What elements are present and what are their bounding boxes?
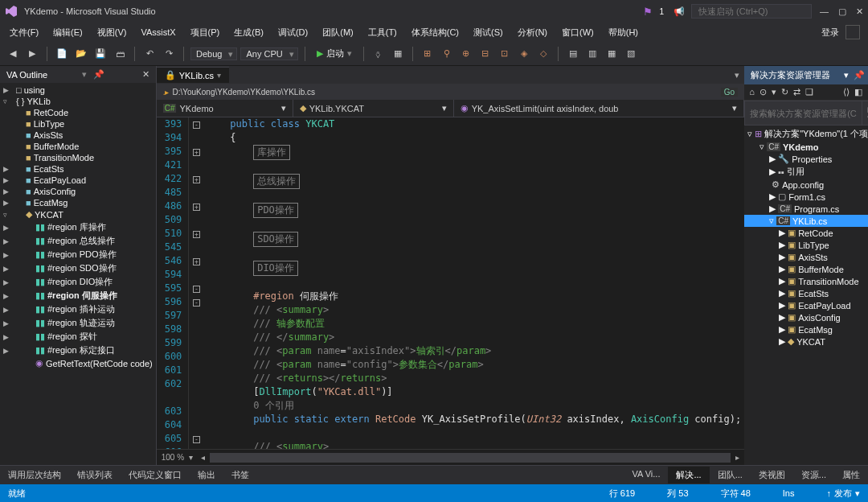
redo-icon[interactable]: ↷: [161, 46, 177, 62]
sln-tb-icon2[interactable]: ▾: [772, 87, 776, 97]
hscroll-right-icon[interactable]: ▸: [735, 453, 739, 462]
notification-flag-icon[interactable]: ⚑: [643, 6, 653, 18]
bottom-tab[interactable]: 团队...: [710, 467, 751, 483]
tb-icon-9[interactable]: ◇: [535, 46, 551, 62]
tb-icon-8[interactable]: ◈: [516, 46, 532, 62]
nav-class-dropdown[interactable]: ◆YKLib.YKCAT▾: [293, 100, 454, 117]
va-tree-item[interactable]: ■AxisSts: [0, 130, 156, 141]
save-all-icon[interactable]: 🗃: [112, 46, 128, 62]
va-tree-item[interactable]: ▶■EcatSts: [0, 163, 156, 175]
va-tree-item[interactable]: ▿{ }YKLib: [0, 96, 156, 107]
sln-refresh-icon[interactable]: ↻: [781, 87, 788, 97]
menu-item[interactable]: 体系结构(C): [405, 25, 465, 40]
tb-icon-6[interactable]: ⊟: [477, 46, 493, 62]
va-tree-item[interactable]: ▶▮▮#region DIO操作: [0, 275, 156, 289]
hscrollbar[interactable]: [210, 453, 731, 463]
tab-overflow-icon[interactable]: ▾: [730, 70, 744, 80]
sln-home-icon[interactable]: ⌂: [749, 87, 755, 97]
sln-tree-item[interactable]: ▶▣RetCode: [744, 227, 868, 239]
bottom-tab[interactable]: 调用层次结构: [0, 467, 69, 483]
sln-tree-item[interactable]: ▶🔧Properties: [744, 153, 868, 165]
editor-tab-active[interactable]: 🔒 YKLib.cs ▾: [157, 67, 229, 83]
sln-tree-item[interactable]: ▿C#YKdemo: [744, 141, 868, 153]
config-dropdown[interactable]: Debug: [190, 47, 237, 60]
tb-icon-7[interactable]: ⊡: [497, 46, 513, 62]
panel-close-icon[interactable]: ✕: [142, 69, 149, 80]
menu-item[interactable]: 调试(D): [272, 25, 314, 40]
nav-fwd-icon[interactable]: ▶: [24, 46, 40, 62]
va-tree-item[interactable]: ▶▮▮#region 伺服操作: [0, 289, 156, 302]
sln-tree-item[interactable]: ▿C#YKLib.cs: [744, 215, 868, 227]
sln-tree-item[interactable]: ▶◆YKCAT: [744, 335, 868, 348]
hscroll-left-icon[interactable]: ◂: [201, 453, 205, 462]
menu-item[interactable]: 窗口(W): [555, 25, 600, 40]
sln-tb-icon3[interactable]: ❏: [805, 87, 813, 97]
sln-tree-item[interactable]: ▶▣EcatPayLoad: [744, 299, 868, 311]
undo-icon[interactable]: ↶: [141, 46, 158, 62]
bottom-tab[interactable]: VA Vi...: [624, 467, 668, 483]
bottom-tab[interactable]: 输出: [190, 467, 223, 483]
open-icon[interactable]: 📂: [73, 46, 89, 62]
tb-icon-2[interactable]: ▦: [390, 46, 406, 62]
minimize-icon[interactable]: ―: [820, 6, 829, 17]
sln-tree[interactable]: ▿⊞解决方案"YKdemo"(1 个项目) ▿C#YKdemo▶🔧Propert…: [744, 126, 868, 349]
bottom-tab[interactable]: 属性: [834, 467, 868, 483]
tb-icon-5[interactable]: ⊕: [458, 46, 474, 62]
tb-icon-1[interactable]: ⎀: [371, 46, 387, 62]
bottom-tab[interactable]: 解决...: [668, 467, 709, 483]
sln-sync-icon[interactable]: ⇄: [793, 87, 800, 97]
sln-search-input[interactable]: [744, 101, 862, 126]
tb-icon-13[interactable]: ▧: [623, 46, 639, 62]
sln-tb-icon[interactable]: ⊙: [760, 87, 767, 97]
va-tree-item[interactable]: ▶▮▮#region SDO操作: [0, 261, 156, 275]
panel-pin-icon[interactable]: 📌: [93, 69, 104, 80]
va-tree-item[interactable]: ■RetCode: [0, 107, 156, 118]
sln-tree-item[interactable]: ▶▣TransitionMode: [744, 275, 868, 287]
va-tree-item[interactable]: ▶▮▮#region 标定接口: [0, 344, 156, 357]
sln-tree-item[interactable]: ▶▪▪引用: [744, 165, 868, 179]
tb-icon-12[interactable]: ▦: [604, 46, 620, 62]
menu-item[interactable]: 团队(M): [316, 25, 360, 40]
sln-showall-icon[interactable]: ⟨⟩: [843, 87, 850, 97]
bottom-tab[interactable]: 书签: [223, 467, 257, 483]
new-project-icon[interactable]: 📄: [54, 46, 70, 62]
start-button[interactable]: ▶启动 ▾: [312, 46, 357, 61]
sln-dd-icon[interactable]: ▾: [844, 70, 849, 80]
va-tree-item[interactable]: ■TransitionMode: [0, 152, 156, 163]
sln-tree-item[interactable]: ▶▣AxisSts: [744, 251, 868, 263]
sln-props-icon[interactable]: ◧: [854, 87, 862, 97]
va-tree-item[interactable]: ▶▮▮#region 插补运动: [0, 302, 156, 316]
publish-button[interactable]: ↑发布▾: [827, 488, 861, 500]
va-tree-item[interactable]: ▶■AxisConfig: [0, 186, 156, 197]
nav-project-dropdown[interactable]: C#YKdemo▾: [157, 100, 293, 117]
menu-item[interactable]: 帮助(H): [602, 25, 645, 40]
bottom-tab[interactable]: 代码定义窗口: [121, 467, 190, 483]
sln-tree-item[interactable]: ⚙App.config: [744, 179, 868, 191]
menu-item[interactable]: 视图(V): [91, 25, 133, 40]
va-tree-item[interactable]: ▶■EcatMsg: [0, 197, 156, 208]
va-tree-item[interactable]: ◉GetRetText(RetCode code): [0, 357, 156, 369]
tab-pin-icon[interactable]: ▾: [217, 71, 221, 80]
maximize-icon[interactable]: ▢: [838, 6, 846, 17]
sln-tree-item[interactable]: ▶▣EcatSts: [744, 287, 868, 299]
va-tree-item[interactable]: ▶▮▮#region 库操作: [0, 220, 156, 234]
bottom-tab[interactable]: 资源...: [793, 467, 834, 483]
sln-tree-item[interactable]: ▶▣BufferMode: [744, 263, 868, 275]
menu-item[interactable]: 编辑(E): [47, 25, 89, 40]
avatar-icon[interactable]: [845, 25, 860, 39]
va-tree-item[interactable]: ▶▮▮#region 总线操作: [0, 234, 156, 248]
menu-item[interactable]: 测试(S): [467, 25, 510, 40]
nav-member-dropdown[interactable]: ◉YK_AxisSetLimit(uint axisIndex, doub▾: [454, 100, 744, 117]
zoom-level[interactable]: 100 %: [162, 453, 184, 462]
tb-icon-10[interactable]: ▤: [565, 46, 581, 62]
menu-item[interactable]: VAssistX: [134, 26, 182, 39]
menu-item[interactable]: 分析(N): [511, 25, 554, 40]
menu-item[interactable]: 文件(F): [3, 25, 45, 40]
bottom-tab[interactable]: 类视图: [751, 467, 793, 483]
va-outline-tree[interactable]: ▶□using▿{ }YKLib■RetCode■LibType■AxisSts…: [0, 83, 156, 371]
code-area[interactable]: 3933943954214224854865095105455465945955…: [157, 117, 744, 449]
va-tree-item[interactable]: ▶▮▮#region PDO操作: [0, 248, 156, 261]
feedback-icon[interactable]: 📢: [674, 6, 685, 17]
va-tree-item[interactable]: ▶■EcatPayLoad: [0, 175, 156, 186]
quick-launch-input[interactable]: [691, 4, 812, 19]
